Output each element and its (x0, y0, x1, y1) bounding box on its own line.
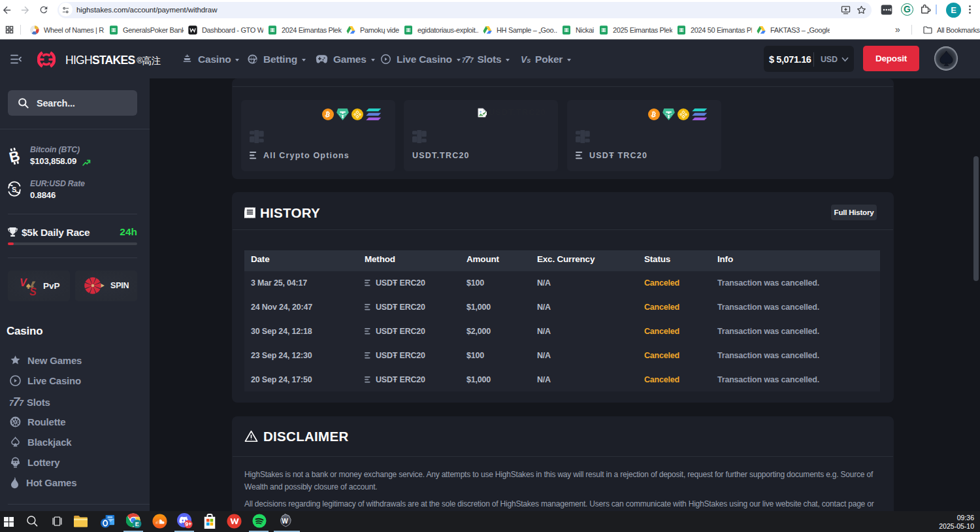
svg-text:V: V (20, 277, 27, 288)
svg-text:E: E (135, 521, 139, 527)
svg-text:S: S (29, 286, 37, 297)
svg-text:9+: 9+ (185, 521, 191, 527)
svg-text:W: W (282, 518, 288, 525)
svg-text:S: S (12, 186, 16, 193)
